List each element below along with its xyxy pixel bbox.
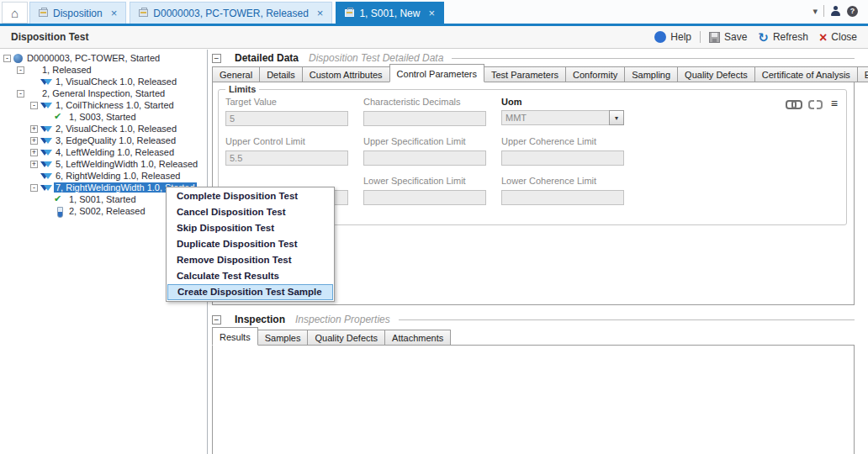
tree-item-label: 1, CoilThickness 1.0, Started	[54, 100, 176, 110]
tree-item-2-visualcheck-1-0-released[interactable]: +2, VisualCheck 1.0, Released	[0, 123, 207, 135]
field-upper-specification-limit-input	[363, 150, 486, 166]
test-icon	[40, 183, 51, 193]
test-icon	[40, 148, 51, 157]
divider	[399, 319, 855, 320]
help-button[interactable]: Help	[652, 29, 694, 45]
collapse-icon[interactable]: -	[30, 184, 38, 192]
field-upper-coherence-limit: Upper Coherence Limit	[501, 136, 624, 166]
tree-item-label: 3, EdgeQuality 1.0, Released	[54, 135, 177, 145]
tab-1-s001-new[interactable]: 1, S001, New×	[336, 2, 444, 24]
link-icon[interactable]	[786, 99, 800, 108]
divider	[823, 5, 824, 17]
field-label: Target Value	[225, 97, 348, 108]
tree-item-label: 2, General Inspection, Started	[40, 88, 167, 98]
chevron-down-icon[interactable]: ▾	[609, 110, 624, 125]
collapse-icon[interactable]: -	[17, 90, 24, 98]
tree-item-d0000003-pc-tower-started[interactable]: -D0000003, PC-TOWER, Started	[0, 52, 207, 64]
test-icon	[40, 124, 51, 134]
field-upper-control-limit-input	[225, 150, 348, 166]
tab-conformity[interactable]: Conformity	[565, 66, 625, 82]
caret-down-icon[interactable]: ▾	[812, 6, 818, 17]
collapse-icon[interactable]: -	[17, 66, 24, 74]
tab-control-parameters[interactable]: Control Parameters	[389, 64, 484, 82]
menu-item-remove-disposition-test[interactable]: Remove Disposition Test	[167, 252, 333, 268]
tab-certificate-of-analysis[interactable]: Certificate of Analysis	[754, 66, 858, 82]
menu-item-complete-disposition-test[interactable]: Complete Disposition Test	[167, 188, 333, 204]
tree-item-label: 2, S002, Released	[67, 206, 147, 216]
application-window: ⌂ Disposition×D0000003, PC-TOWER, Releas…	[0, 0, 868, 454]
section-title: Detailed Data	[235, 52, 299, 64]
tab-d0000003-pc-tower-released[interactable]: D0000003, PC-TOWER, Released×	[130, 2, 332, 24]
tree-item-1-visualcheck-1-0-released[interactable]: 1, VisualCheck 1.0, Released	[0, 76, 207, 87]
expand-icon[interactable]: +	[30, 161, 38, 168]
close-tab-icon[interactable]: ×	[428, 8, 435, 18]
tab-general[interactable]: General	[212, 66, 260, 82]
unlink-icon[interactable]	[808, 99, 823, 108]
close-button[interactable]: ×Close	[817, 29, 860, 45]
help-circle-icon[interactable]: ?	[847, 6, 858, 17]
tree-item-2-general-inspection-started[interactable]: -2, General Inspection, Started	[0, 87, 207, 99]
sample-started-icon	[54, 195, 65, 204]
tree-item-3-edgequality-1-0-released[interactable]: +3, EdgeQuality 1.0, Released	[0, 135, 207, 146]
field-label	[225, 176, 348, 187]
field-row: Target ValueCharacteristic DecimalsUomMM…	[225, 97, 639, 126]
home-icon: ⌂	[11, 6, 19, 20]
user-icon[interactable]	[830, 6, 841, 17]
document-icon	[39, 9, 48, 17]
tab-equipment[interactable]: Equipment	[857, 66, 868, 82]
expand-icon[interactable]: +	[30, 137, 38, 145]
uom-select[interactable]: MMT▾	[501, 110, 624, 125]
tree-item-label: 1, S003, Started	[67, 112, 138, 122]
help-icon	[654, 31, 666, 43]
field-target-value: Target Value	[225, 97, 348, 126]
tree-item-1-coilthickness-1-0-started[interactable]: -1, CoilThickness 1.0, Started	[0, 99, 207, 111]
close-icon: ×	[819, 32, 827, 43]
tree-item-label: 1, S001, Started	[67, 194, 138, 204]
tab-custom-attributes[interactable]: Custom Attributes	[302, 66, 390, 82]
menu-item-skip-disposition-test[interactable]: Skip Disposition Test	[167, 220, 333, 236]
collapse-icon[interactable]: −	[212, 315, 221, 325]
close-tab-icon[interactable]: ×	[317, 8, 324, 18]
menu-item-create-disposition-test-sample[interactable]: Create Disposition Test Sample	[167, 284, 333, 300]
button-label: Help	[670, 31, 691, 43]
menu-item-calculate-test-results[interactable]: Calculate Test Results	[167, 268, 333, 284]
home-button[interactable]: ⌂	[2, 2, 28, 24]
menu-item-cancel-disposition-test[interactable]: Cancel Disposition Test	[167, 204, 333, 220]
tree-item-5-leftweldingwidth-1-0-released[interactable]: +5, LeftWeldingWidth 1.0, Released	[0, 158, 207, 170]
tree-item-1-released[interactable]: -1, Released	[0, 64, 207, 76]
tree-item-label: 5, LeftWeldingWidth 1.0, Released	[54, 159, 199, 169]
tab-label: 1, S001, New	[359, 8, 420, 19]
top-tab-bar: ⌂ Disposition×D0000003, PC-TOWER, Releas…	[0, 0, 868, 24]
tab-disposition[interactable]: Disposition×	[29, 2, 126, 24]
save-icon	[709, 32, 720, 43]
tab-details[interactable]: Details	[259, 66, 303, 82]
tab-samples[interactable]: Samples	[257, 330, 309, 346]
save-button[interactable]: Save	[707, 29, 749, 45]
tab-attachments[interactable]: Attachments	[384, 330, 451, 346]
tab-test-parameters[interactable]: Test Parameters	[484, 66, 566, 82]
menu-lines-icon[interactable]: ≡	[831, 98, 838, 108]
collapse-icon[interactable]: -	[30, 102, 38, 109]
tab-quality-defects[interactable]: Quality Defects	[307, 330, 385, 346]
close-tab-icon[interactable]: ×	[111, 8, 118, 18]
tree-item-4-leftwelding-1-0-released[interactable]: +4, LeftWelding 1.0, Released	[0, 146, 207, 158]
field-characteristic-decimals: Characteristic Decimals	[363, 97, 486, 126]
tree-item-6-rightwelding-1-0-released[interactable]: 6, RightWelding 1.0, Released	[0, 170, 207, 182]
tab-quality-defects[interactable]: Quality Defects	[677, 66, 755, 82]
refresh-button[interactable]: ↻Refresh	[755, 29, 811, 45]
inspection-tabs: ResultsSamplesQuality DefectsAttachments	[212, 328, 450, 346]
field-lower-coherence-limit-input	[501, 190, 624, 205]
expand-icon[interactable]: +	[30, 149, 38, 156]
tab-sampling[interactable]: Sampling	[624, 66, 678, 82]
divider	[700, 31, 701, 43]
test-icon	[40, 136, 51, 145]
menu-item-duplicate-disposition-test[interactable]: Duplicate Disposition Test	[167, 236, 333, 252]
collapse-icon[interactable]: −	[212, 54, 221, 63]
tab-results[interactable]: Results	[212, 327, 258, 346]
field-label: Characteristic Decimals	[363, 97, 486, 108]
collapse-icon[interactable]: -	[3, 55, 11, 62]
expand-icon[interactable]: +	[30, 125, 38, 133]
field-upper-specification-limit: Upper Specification Limit	[363, 136, 486, 166]
tree-item-1-s003-started[interactable]: 1, S003, Started	[0, 111, 207, 123]
fieldset-legend: Limits	[225, 84, 259, 94]
